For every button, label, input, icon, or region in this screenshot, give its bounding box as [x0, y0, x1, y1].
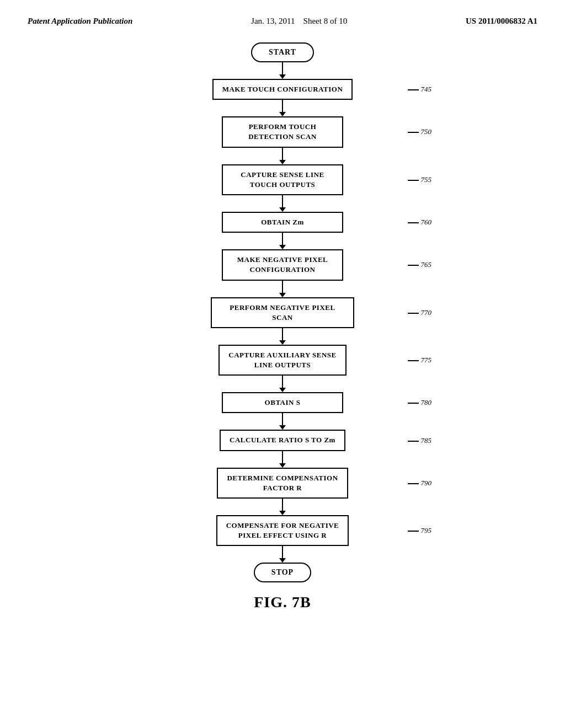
step-755-box: CAPTURE SENSE LINETOUCH OUTPUTS: [222, 164, 343, 195]
step-795-box: COMPENSATE FOR NEGATIVEPIXEL EFFECT USIN…: [216, 515, 349, 546]
ref-745: 745: [408, 85, 432, 94]
step-775-row: CAPTURE AUXILIARY SENSELINE OUTPUTS 775: [117, 345, 448, 376]
ref-750: 750: [408, 127, 432, 136]
step-790-row: DETERMINE COMPENSATIONFACTOR R 790: [117, 468, 448, 499]
step-790-box: DETERMINE COMPENSATIONFACTOR R: [217, 468, 348, 499]
arrow-5: [279, 233, 286, 249]
ref-765: 765: [408, 260, 432, 269]
step-775-box: CAPTURE AUXILIARY SENSELINE OUTPUTS: [218, 345, 347, 376]
flow-wrapper: START MAKE TOUCH CONFIGURATION 745 PERFO…: [117, 42, 448, 582]
ref-785: 785: [408, 436, 432, 445]
patent-number-label: US 2011/0006832 A1: [466, 17, 537, 26]
step-780-row: OBTAIN S 780: [117, 392, 448, 413]
arrow-1: [279, 62, 286, 79]
start-row: START: [117, 42, 448, 62]
step-765-row: MAKE NEGATIVE PIXELCONFIGURATION 765: [117, 249, 448, 280]
page-header: Patent Application Publication Jan. 13, …: [0, 0, 565, 26]
figure-caption: FIG. 7B: [254, 593, 311, 611]
ref-790: 790: [408, 479, 432, 488]
stop-node: STOP: [254, 563, 311, 582]
step-770-box: PERFORM NEGATIVE PIXEL SCAN: [211, 297, 354, 328]
step-750-box: PERFORM TOUCHDETECTION SCAN: [222, 116, 343, 147]
step-770-row: PERFORM NEGATIVE PIXEL SCAN 770: [117, 297, 448, 328]
arrow-6: [279, 281, 286, 297]
arrow-7: [279, 328, 286, 345]
step-795-row: COMPENSATE FOR NEGATIVEPIXEL EFFECT USIN…: [117, 515, 448, 546]
ref-775: 775: [408, 356, 432, 365]
date-sheet-label: Jan. 13, 2011 Sheet 8 of 10: [251, 17, 347, 26]
step-745-row: MAKE TOUCH CONFIGURATION 745: [117, 79, 448, 100]
ref-795: 795: [408, 526, 432, 535]
ref-770: 770: [408, 308, 432, 317]
step-785-row: CALCULATE RATIO S TO Zm 785: [117, 430, 448, 451]
step-745-box: MAKE TOUCH CONFIGURATION: [212, 79, 353, 100]
step-765-box: MAKE NEGATIVE PIXELCONFIGURATION: [222, 249, 343, 280]
step-780-box: OBTAIN S: [222, 392, 343, 413]
arrow-2: [279, 100, 286, 116]
step-750-row: PERFORM TOUCHDETECTION SCAN 750: [117, 116, 448, 147]
arrow-9: [279, 413, 286, 430]
ref-755: 755: [408, 175, 432, 184]
start-node: START: [251, 42, 314, 62]
arrow-11: [279, 499, 286, 515]
arrow-3: [279, 148, 286, 164]
arrow-4: [279, 195, 286, 212]
arrow-8: [279, 376, 286, 392]
flowchart-diagram: START MAKE TOUCH CONFIGURATION 745 PERFO…: [0, 26, 565, 611]
ref-780: 780: [408, 398, 432, 407]
stop-row: STOP: [117, 563, 448, 582]
ref-760: 760: [408, 218, 432, 227]
arrow-10: [279, 451, 286, 468]
publication-label: Patent Application Publication: [28, 17, 132, 26]
step-785-box: CALCULATE RATIO S TO Zm: [220, 430, 345, 451]
step-760-box: OBTAIN Zm: [222, 212, 343, 233]
step-755-row: CAPTURE SENSE LINETOUCH OUTPUTS 755: [117, 164, 448, 195]
arrow-12: [279, 546, 286, 563]
step-760-row: OBTAIN Zm 760: [117, 212, 448, 233]
